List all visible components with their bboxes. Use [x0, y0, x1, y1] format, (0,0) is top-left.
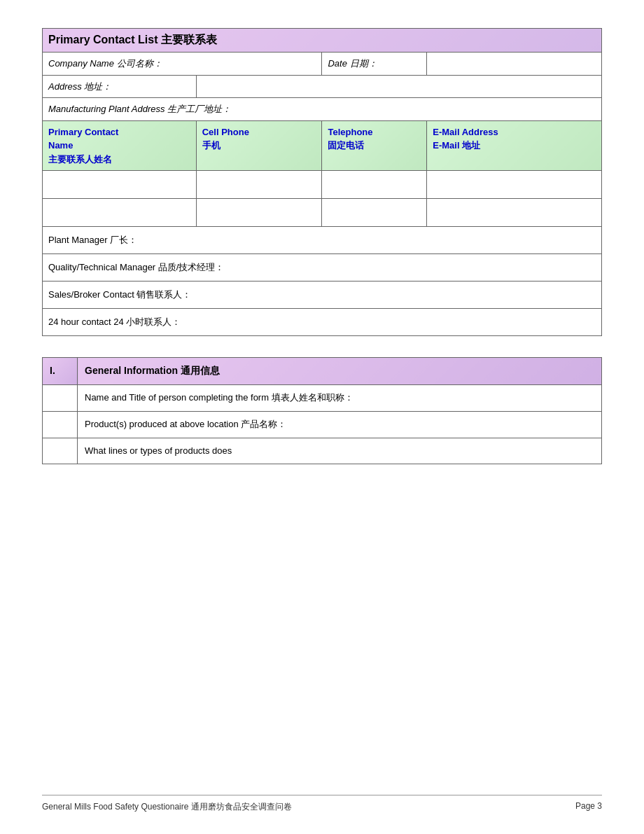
mfg-plant-label: Manufacturing Plant Address 生产工厂地址： — [43, 98, 602, 121]
column-headers-row: Primary Contact Name 主要联系人姓名 Cell Phone … — [43, 120, 602, 171]
footer-page-number: Page 3 — [575, 801, 602, 813]
address-value-cell[interactable] — [196, 75, 601, 98]
gen-item-row-3: What lines or types of products does — [43, 438, 602, 464]
email-cell-1[interactable] — [427, 171, 602, 199]
cell-phone-cell-1[interactable] — [196, 171, 322, 199]
col-header-telephone: Telephone 固定电话 — [322, 120, 427, 171]
address-row: Address 地址： — [43, 75, 602, 98]
sales-contact-row: Sales/Broker Contact 销售联系人： — [43, 282, 602, 309]
gen-item-row-2: Product(s) produced at above location 产品… — [43, 411, 602, 438]
general-info-section: I. General Information 通用信息 Name and Tit… — [42, 357, 602, 464]
col-header-cellphone-text: Cell Phone 手机 — [202, 125, 316, 153]
gen-section-title: General Information 通用信息 — [78, 358, 602, 385]
telephone-cell-2[interactable] — [322, 199, 427, 227]
gen-item-num-3 — [43, 438, 78, 464]
address-label: Address 地址： — [43, 75, 197, 98]
plant-manager-row: Plant Manager 厂长： — [43, 227, 602, 254]
contact-data-row-1 — [43, 171, 602, 199]
col-header-email: E-Mail Address E-Mail 地址 — [427, 120, 602, 171]
company-date-row: Company Name 公司名称： Date 日期： — [43, 53, 602, 76]
contact-data-row-2 — [43, 199, 602, 227]
telephone-cell-1[interactable] — [322, 171, 427, 199]
gen-item-num-2 — [43, 411, 78, 438]
hour-contact-row: 24 hour contact 24 小时联系人： — [43, 309, 602, 336]
contact-name-cell-1[interactable] — [43, 171, 197, 199]
quality-manager-row: Quality/Technical Manager 品质/技术经理： — [43, 254, 602, 282]
general-info-table: I. General Information 通用信息 Name and Tit… — [42, 357, 602, 464]
gen-item-label-3[interactable]: What lines or types of products does — [78, 438, 602, 464]
gen-section-num: I. — [43, 358, 78, 385]
col-header-contact-text: Primary Contact Name 主要联系人姓名 — [48, 125, 190, 167]
primary-contact-section: Primary Contact List 主要联系表 Company Name … — [42, 28, 602, 336]
col-header-email-text: E-Mail Address E-Mail 地址 — [433, 125, 596, 153]
hour-contact-cell[interactable]: 24 hour contact 24 小时联系人： — [43, 309, 602, 336]
plant-manager-cell[interactable]: Plant Manager 厂长： — [43, 227, 602, 254]
gen-item-label-2[interactable]: Product(s) produced at above location 产品… — [78, 411, 602, 438]
table-header-row: Primary Contact List 主要联系表 — [43, 29, 602, 53]
col-header-telephone-text: Telephone 固定电话 — [328, 125, 421, 153]
gen-item-row-1: Name and Title of person completing the … — [43, 385, 602, 412]
cell-phone-cell-2[interactable] — [196, 199, 322, 227]
gen-header-row: I. General Information 通用信息 — [43, 358, 602, 385]
page-footer: General Mills Food Safety Questionaire 通… — [42, 795, 602, 813]
primary-contact-table: Primary Contact List 主要联系表 Company Name … — [42, 28, 602, 336]
email-cell-2[interactable] — [427, 199, 602, 227]
col-header-contact: Primary Contact Name 主要联系人姓名 — [43, 120, 197, 171]
gen-item-label-1[interactable]: Name and Title of person completing the … — [78, 385, 602, 412]
date-value-cell[interactable] — [427, 53, 602, 76]
mfg-plant-row: Manufacturing Plant Address 生产工厂地址： — [43, 98, 602, 121]
company-name-label: Company Name 公司名称： — [43, 53, 322, 76]
primary-contact-title: Primary Contact List 主要联系表 — [43, 29, 602, 53]
date-label: Date 日期： — [322, 53, 427, 76]
footer-left-text: General Mills Food Safety Questionaire 通… — [42, 801, 292, 813]
quality-manager-cell[interactable]: Quality/Technical Manager 品质/技术经理： — [43, 254, 602, 282]
sales-contact-cell[interactable]: Sales/Broker Contact 销售联系人： — [43, 282, 602, 309]
contact-name-cell-2[interactable] — [43, 199, 197, 227]
col-header-cellphone: Cell Phone 手机 — [196, 120, 322, 171]
gen-item-num-1 — [43, 385, 78, 412]
